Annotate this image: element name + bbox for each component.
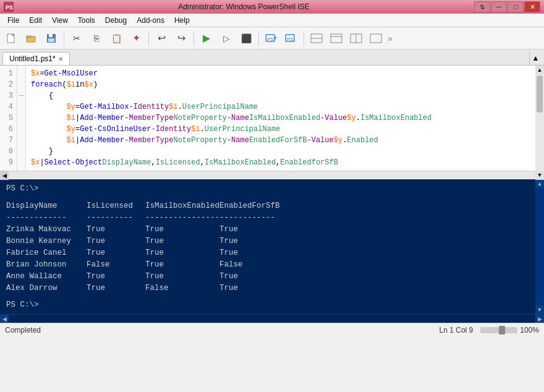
line-numbers: 1 2 3 4 5 6 7 8 9 bbox=[0, 66, 17, 171]
menu-view[interactable]: View bbox=[47, 15, 73, 26]
svg-rect-19 bbox=[370, 34, 381, 43]
open-button[interactable] bbox=[22, 30, 41, 47]
toolbar-separator-4 bbox=[258, 31, 259, 46]
toolbar-separator-1 bbox=[64, 31, 64, 46]
statusbar: Completed Ln 1 Col 9 100% bbox=[0, 323, 544, 336]
status-text: Completed bbox=[5, 326, 41, 334]
tab-label: Untitled1.ps1* bbox=[9, 54, 56, 63]
col-header-enabledforsfb: EnabledForSfB bbox=[219, 200, 280, 212]
panel1-button[interactable] bbox=[307, 30, 326, 47]
menu-edit[interactable]: Edit bbox=[24, 15, 47, 26]
undo-button[interactable]: ↩ bbox=[152, 30, 171, 47]
console-pane: PS C:\> DisplayName IsLicensed IsMailbox… bbox=[0, 179, 544, 314]
horizontal-scrollbar[interactable]: ◀ ▶ bbox=[0, 171, 544, 179]
toolbar-separator-2 bbox=[148, 31, 149, 46]
svg-rect-15 bbox=[331, 34, 342, 43]
new-button[interactable] bbox=[2, 30, 21, 47]
table-separator-row: ------------- ---------- ---------------… bbox=[6, 212, 280, 224]
panel4-button[interactable] bbox=[367, 30, 385, 47]
more-tools-icon: » bbox=[388, 33, 393, 43]
scroll-thumb[interactable] bbox=[537, 75, 543, 113]
console-output[interactable]: PS C:\> DisplayName IsLicensed IsMailbox… bbox=[0, 179, 535, 314]
script-tab[interactable]: Untitled1.ps1* ✕ bbox=[2, 52, 70, 65]
redo-button[interactable]: ↪ bbox=[172, 30, 190, 47]
close-button[interactable]: ✕ bbox=[524, 1, 540, 12]
toolbar: ✂ ⎘ 📋 ✦ ↩ ↪ ▶ ▷ ⬛ PS PS » bbox=[0, 27, 544, 49]
col-header-displayname: DisplayName bbox=[6, 200, 87, 212]
tab-close-button[interactable]: ✕ bbox=[58, 56, 63, 62]
collapse-icon-3[interactable]: ─ bbox=[17, 90, 25, 101]
console-horizontal-scrollbar[interactable]: ◀ ▶ bbox=[0, 314, 544, 323]
console-scroll-left[interactable]: ◀ bbox=[0, 315, 9, 323]
scroll-up-arrow[interactable]: ▲ bbox=[535, 66, 544, 74]
copy-button[interactable]: ⎘ bbox=[87, 30, 106, 47]
console-table: DisplayName IsLicensed IsMailboxEnabled … bbox=[6, 200, 280, 294]
scroll-up-button[interactable]: ▲ bbox=[529, 51, 542, 65]
table-row: Zrinka Makovac True True True bbox=[6, 224, 280, 236]
toolbar-separator-3 bbox=[193, 31, 194, 46]
clear-button[interactable]: ✦ bbox=[127, 30, 145, 47]
code-editor[interactable]: $x = Get-MsolUser foreach ($i in $x) { $… bbox=[26, 66, 544, 171]
cursor-position: Ln 1 Col 9 bbox=[440, 326, 474, 334]
zoom-level: 100% bbox=[520, 326, 539, 334]
console-prompt-1: PS C:\> bbox=[6, 184, 529, 193]
zoom-thumb[interactable] bbox=[499, 326, 505, 334]
minimize-button[interactable]: ─ bbox=[491, 1, 507, 12]
save-button[interactable] bbox=[42, 30, 61, 47]
app-icon: PS bbox=[4, 2, 14, 12]
code-line-1: $x = Get-MsolUser bbox=[31, 68, 539, 79]
titlebar: PS Administrator: Windows PowerShell ISE… bbox=[0, 0, 544, 14]
cut-button[interactable]: ✂ bbox=[67, 30, 86, 47]
zoom-slider[interactable] bbox=[480, 327, 517, 333]
panel3-button[interactable] bbox=[347, 30, 365, 47]
code-line-2: foreach ($i in $x) bbox=[31, 79, 539, 90]
console-scroll-up[interactable]: ▲ bbox=[535, 179, 544, 188]
code-line-9: $x | Select-Object DisplayName, IsLicens… bbox=[31, 157, 539, 168]
maximize-button[interactable]: □ bbox=[508, 1, 524, 12]
code-line-8: } bbox=[31, 146, 539, 157]
console-scroll-down[interactable]: ▼ bbox=[535, 305, 544, 314]
console-prompt-2: PS C:\> bbox=[6, 300, 529, 309]
stop-button[interactable]: ⬛ bbox=[237, 30, 255, 47]
restore-down-button[interactable]: ⇅ bbox=[474, 1, 490, 12]
menu-file[interactable]: File bbox=[2, 15, 24, 26]
collapse-markers: ─ bbox=[17, 66, 26, 171]
paste-button[interactable]: 📋 bbox=[107, 30, 125, 47]
table-row: Brian Johnson False True False bbox=[6, 259, 280, 271]
window-controls: ⇅ ─ □ ✕ bbox=[474, 1, 540, 12]
console-scrollbar[interactable]: ▲ ▼ bbox=[535, 179, 544, 314]
editor-scrollbar[interactable]: ▲ ▼ bbox=[535, 66, 544, 171]
code-line-7: $i | Add-Member -MemberType NoteProperty… bbox=[31, 135, 539, 146]
table-row: Bonnie Kearney True True True bbox=[6, 236, 280, 247]
sep-3: ---------------- bbox=[145, 212, 219, 224]
scroll-left-arrow[interactable]: ◀ bbox=[0, 171, 9, 180]
status-right: Ln 1 Col 9 100% bbox=[440, 326, 539, 334]
panel2-button[interactable] bbox=[327, 30, 346, 47]
code-line-6: $y = Get-CsOnlineUser -Identity $i.UserP… bbox=[31, 124, 539, 135]
run-button[interactable]: ▶ bbox=[197, 30, 216, 47]
new-remote-powershell-tab-button[interactable]: PS bbox=[262, 30, 281, 47]
code-line-3: { bbox=[31, 90, 539, 101]
code-line-5: $i | Add-Member -MemberType NoteProperty… bbox=[31, 113, 539, 124]
sep-2: ---------- bbox=[87, 212, 145, 224]
start-powershell-button[interactable]: PS bbox=[282, 30, 300, 47]
zoom-control[interactable]: 100% bbox=[480, 326, 539, 334]
svg-text:PS: PS bbox=[6, 4, 13, 11]
code-line-4: $y = Get-Mailbox -Identity $i.UserPrinci… bbox=[31, 101, 539, 113]
sep-1: ------------- bbox=[6, 212, 87, 224]
menu-tools[interactable]: Tools bbox=[73, 15, 100, 26]
svg-text:PS: PS bbox=[267, 36, 274, 42]
svg-rect-5 bbox=[27, 36, 31, 38]
menu-help[interactable]: Help bbox=[169, 15, 195, 26]
col-header-ismailbox: IsMailboxEnabled bbox=[145, 200, 219, 212]
menu-addons[interactable]: Add-ons bbox=[132, 15, 169, 26]
svg-rect-7 bbox=[49, 34, 53, 37]
editor-pane: 1 2 3 4 5 6 7 8 9 ─ bbox=[0, 66, 544, 179]
table-header-row: DisplayName IsLicensed IsMailboxEnabled … bbox=[6, 200, 280, 212]
menu-debug[interactable]: Debug bbox=[100, 15, 132, 26]
svg-text:PS: PS bbox=[287, 36, 294, 42]
console-scroll-right[interactable]: ▶ bbox=[535, 315, 544, 323]
table-row: Anne Wallace True True True bbox=[6, 271, 280, 283]
run-selection-button[interactable]: ▷ bbox=[217, 30, 236, 47]
sep-4: ------------ bbox=[219, 212, 280, 224]
